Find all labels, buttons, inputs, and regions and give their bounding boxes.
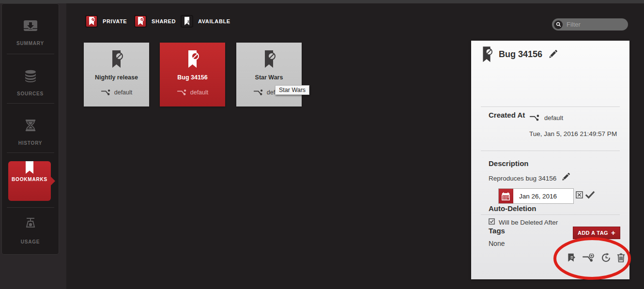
deletion-date-input[interactable]	[513, 189, 573, 203]
tab-label: SHARED	[152, 18, 176, 24]
stream-icon	[177, 89, 187, 96]
tags-label: Tags	[489, 227, 505, 235]
sidebar: SUMMARY SOURCES HISTORY BOOKMARKS	[1, 3, 59, 255]
sidebar-divider	[7, 152, 54, 153]
bookmark-shared-icon	[134, 15, 147, 28]
bookmark-card-stream: default	[160, 89, 225, 96]
sidebar-item-label: HISTORY	[2, 140, 59, 146]
add-a-tag-label: ADD A TAG	[578, 230, 608, 236]
section-divider	[481, 106, 620, 107]
tooltip: Star Wars	[275, 85, 309, 95]
clear-date-icon[interactable]	[576, 191, 583, 200]
bookmark-detail-panel: Bug 34156 Created At default Tue, Jan 5,…	[471, 41, 629, 279]
add-a-tag-button[interactable]: ADD A TAG +	[573, 227, 620, 239]
sidebar-divider	[7, 207, 54, 208]
history-hourglass-icon	[2, 119, 59, 134]
edit-description-pencil-icon[interactable]	[561, 173, 570, 183]
created-at-stream: default	[529, 114, 563, 122]
auto-deletion-label: Auto-Deletion	[489, 204, 536, 213]
window-top-strip	[0, 0, 644, 3]
will-be-deleted-checkbox[interactable]	[489, 218, 495, 227]
sidebar-item-label: USAGE	[2, 239, 59, 244]
sidebar-item-bookmarks[interactable]: BOOKMARKS	[8, 161, 51, 201]
will-be-deleted-label: Will be Deleted After	[499, 219, 558, 226]
tab-available[interactable]: AVAILABLE	[181, 15, 230, 28]
summary-inbox-icon	[2, 19, 59, 34]
bookmark-private-icon	[262, 50, 276, 72]
filter-input[interactable]	[563, 21, 628, 28]
sidebar-item-sources[interactable]: SOURCES	[2, 70, 59, 96]
sidebar-item-label: SOURCES	[2, 91, 59, 96]
bookmark-card-title: Nightly release	[84, 74, 149, 81]
stream-icon	[101, 89, 111, 96]
search-icon	[554, 20, 563, 29]
bookmark-card-stream: default	[84, 89, 149, 96]
stream-name: default	[190, 89, 209, 96]
bookmark-available-icon	[181, 15, 193, 28]
bookmark-card-star-wars[interactable]: Star Wars default	[236, 43, 302, 106]
bookmark-share-icon[interactable]	[566, 253, 576, 263]
description-label: Description	[489, 159, 529, 167]
deletion-date-field	[498, 188, 574, 204]
bookmark-icon	[25, 168, 34, 176]
stream-name: default	[544, 114, 563, 122]
sidebar-item-summary[interactable]: SUMMARY	[2, 19, 59, 46]
stream-icon	[529, 114, 540, 122]
sidebar-item-history[interactable]: HISTORY	[2, 119, 59, 146]
sources-database-icon	[2, 70, 59, 84]
tags-value: None	[489, 240, 505, 247]
stream-name: default	[114, 89, 133, 96]
plus-icon: +	[611, 228, 615, 237]
bookmark-private-icon	[186, 50, 199, 72]
bookmark-card-nightly-release[interactable]: Nightly release default	[84, 43, 149, 106]
restore-icon[interactable]	[601, 253, 611, 263]
panel-title: Bug 34156	[499, 49, 542, 60]
delete-trash-icon[interactable]	[617, 253, 625, 263]
bookmark-private-icon	[85, 15, 98, 28]
stream-add-icon[interactable]	[582, 254, 595, 262]
bookmark-card-title: Star Wars	[236, 74, 302, 81]
section-divider	[481, 214, 620, 215]
sidebar-item-label: SUMMARY	[2, 41, 59, 46]
sidebar-item-label: BOOKMARKS	[8, 177, 51, 182]
section-divider	[481, 151, 620, 151]
filter-box	[552, 18, 628, 30]
bookmark-card-bug-34156[interactable]: Bug 34156 default	[160, 43, 225, 106]
bookmark-actions-toolbar	[566, 253, 625, 263]
sidebar-divider	[7, 103, 54, 104]
bookmark-private-icon	[110, 50, 123, 72]
confirm-date-check-icon[interactable]	[585, 190, 595, 201]
edit-title-pencil-icon[interactable]	[548, 50, 557, 61]
calendar-icon[interactable]	[499, 189, 513, 203]
description-value: Reproduces bug 34156	[489, 175, 556, 182]
bookmark-card-title: Bug 34156	[160, 74, 225, 81]
tab-label: PRIVATE	[103, 18, 127, 24]
app-window: SUMMARY SOURCES HISTORY BOOKMARKS	[0, 0, 644, 289]
stream-icon	[253, 89, 263, 96]
sidebar-divider	[7, 54, 54, 54]
created-at-timestamp: Tue, Jan 5, 2016 21:49:57 PM	[529, 130, 617, 137]
tab-label: AVAILABLE	[198, 18, 230, 24]
sidebar-item-usage[interactable]: USAGE	[2, 217, 59, 244]
tab-private[interactable]: PRIVATE	[85, 15, 127, 28]
panel-header: Bug 34156	[481, 46, 557, 66]
created-at-label: Created At	[489, 111, 527, 120]
usage-scale-icon	[2, 217, 59, 232]
bookmark-private-icon	[481, 46, 492, 66]
tab-shared[interactable]: SHARED	[134, 15, 176, 28]
